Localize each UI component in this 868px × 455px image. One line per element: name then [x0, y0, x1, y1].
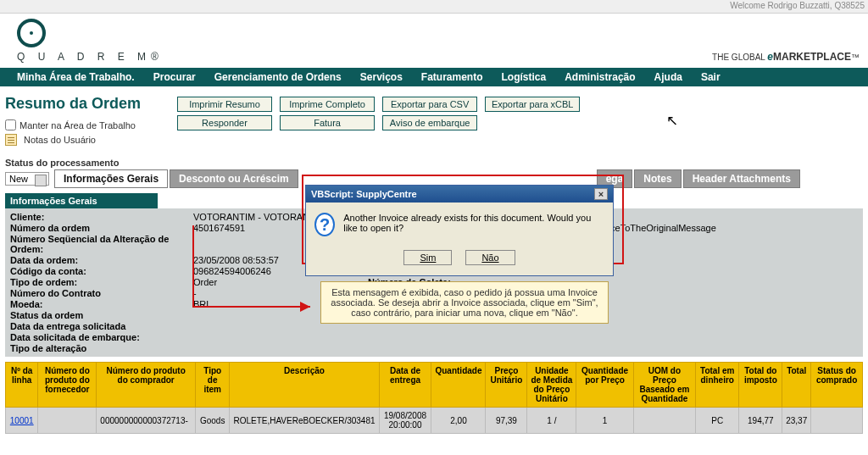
table-header: UOM do Preço Baseado em Quantidade [633, 363, 695, 408]
line-link[interactable]: 10001 [10, 416, 34, 425]
info-label: Número Seqüencial da Alteração de Ordem: [10, 234, 188, 254]
print-summary-button[interactable]: Imprimir Resumo [177, 97, 272, 112]
info-value [193, 343, 363, 353]
table-header: Quantidade [431, 363, 486, 408]
dialog-title: VBScript: SupplyCentre [311, 189, 417, 199]
table-header: Total em dinheiro [696, 363, 739, 408]
cell-desc: ROLETE,HAVEReBOECKER/303481 [230, 408, 379, 434]
table-header: Preço Unitário [486, 363, 527, 408]
tab-attachments[interactable]: Header Attachments [683, 169, 800, 188]
table-header: Total [782, 363, 811, 408]
table-header: Número do produto do comprador [97, 363, 196, 408]
info-label: Data da entrega solicitada [10, 321, 188, 331]
vbscript-dialog: VBScript: SupplyCentre × ? Another Invoi… [305, 185, 614, 276]
page-title: Resumo da Ordem [5, 95, 158, 113]
slogan: THE GLOBAL eMARKETPLACE™ [712, 51, 860, 63]
dialog-no-button[interactable]: Não [465, 250, 515, 265]
keep-workarea-check[interactable]: Manter na Área de Trabalho [5, 119, 158, 130]
cell-qty-price: 1 [576, 408, 633, 434]
notes-icon [5, 134, 17, 146]
tab-general-info[interactable]: Informações Gerais [54, 169, 168, 188]
info-label: Data solicitada de embarque: [10, 332, 188, 342]
menu-logistics[interactable]: Logística [502, 71, 547, 83]
cursor-icon: ↖ [666, 112, 678, 130]
cell-total: 23,37 [782, 408, 811, 434]
cell-status [811, 408, 863, 434]
info-label: Cliente: [10, 212, 188, 222]
menu-exit[interactable]: Sair [701, 71, 721, 83]
line-items-table: Nº da linhaNúmero do produto do forneced… [5, 362, 863, 434]
cell-total-tax: 194,77 [739, 408, 782, 434]
user-notes-link[interactable]: Notas do Usuário [5, 134, 158, 146]
respond-button[interactable]: Responder [177, 115, 272, 130]
info-label: Status da ordem [10, 310, 188, 320]
info-label: Tipo de alteração [10, 343, 188, 353]
menu-services[interactable]: Serviços [360, 71, 403, 83]
info-label: Tipo de ordem: [10, 277, 188, 287]
status-select[interactable]: New [5, 172, 49, 186]
question-icon: ? [314, 213, 335, 236]
cell-uom-qty [633, 408, 695, 434]
table-header: Data de entrega [379, 363, 431, 408]
info-value [193, 332, 363, 342]
table-header: Descrição [230, 363, 379, 408]
tab-notes[interactable]: Notes [634, 169, 681, 188]
menu-billing[interactable]: Faturamento [421, 71, 483, 83]
info-label: Número da ordem [10, 223, 188, 233]
brand-block: Q U A D R E M® [17, 19, 159, 63]
cell-qty: 2,00 [431, 408, 486, 434]
cell-supplier-prod [38, 408, 97, 434]
dialog-message: Another Invoice already exists for this … [343, 213, 604, 233]
export-csv-button[interactable]: Exportar para CSV [382, 97, 477, 112]
menu-workarea[interactable]: Minha Área de Trabalho. [17, 71, 135, 83]
table-header: Número do produto do fornecedor [38, 363, 97, 408]
info-value [542, 332, 763, 342]
cell-total-cash: PC [696, 408, 739, 434]
table-header: Tipo de item [195, 363, 229, 408]
table-header: Unidade de Medida do Preço Unitário [527, 363, 576, 408]
table-row: 10001 000000000000372713- Goods ROLETE,H… [6, 408, 863, 434]
dialog-close-button[interactable]: × [594, 188, 608, 200]
info-label [368, 332, 537, 342]
main-menu: Minha Área de Trabalho. Procurar Gerenci… [0, 68, 868, 86]
cell-uom: 1 / [527, 408, 576, 434]
info-label: Número do Contrato [10, 288, 188, 298]
table-header: Status do comprado [811, 363, 863, 408]
invoice-button[interactable]: Fatura [280, 115, 375, 130]
cell-delivery: 19/08/2008 20:00:00 [379, 408, 431, 434]
status-label: Status do processamento [5, 158, 863, 168]
user-notes-label: Notas do Usuário [24, 135, 96, 145]
cell-item-type: Goods [195, 408, 229, 434]
info-label: Código da conta: [10, 266, 188, 276]
keep-workarea-label: Manter na Área de Trabalho [19, 120, 136, 130]
info-label: Data da ordem: [10, 255, 188, 265]
dialog-yes-button[interactable]: Sim [403, 250, 452, 265]
annotation-tooltip: Esta mensagem é exibida, caso o pedido j… [320, 281, 609, 324]
keep-workarea-checkbox[interactable] [5, 119, 16, 130]
info-value [542, 343, 763, 353]
menu-admin[interactable]: Administração [565, 71, 635, 83]
ship-notice-button[interactable]: Aviso de embarque [382, 115, 477, 130]
tab-discount[interactable]: Desconto ou Acréscim [170, 169, 298, 188]
menu-orders[interactable]: Gerenciamento de Ordens [214, 71, 342, 83]
brand-name: Q U A D R E M® [17, 51, 159, 63]
cell-unit-price: 97,39 [486, 408, 527, 434]
info-label [368, 343, 537, 353]
cell-buyer-prod: 000000000000372713- [97, 408, 196, 434]
info-header: Informações Gerais [5, 193, 158, 208]
print-full-button[interactable]: Imprime Completo [280, 97, 375, 112]
welcome-text: Welcome Rodrigo Buzzatti, Q38525 [730, 1, 865, 12]
menu-help[interactable]: Ajuda [654, 71, 682, 83]
table-header: Nº da linha [6, 363, 38, 408]
brand-logo-icon [17, 19, 46, 47]
export-xcbl-button[interactable]: Exportar para xCBL [485, 97, 580, 112]
table-header: Quantidade por Preço [576, 363, 633, 408]
info-label: Moeda: [10, 299, 188, 309]
menu-search[interactable]: Procurar [153, 71, 196, 83]
table-header: Total do imposto [739, 363, 782, 408]
